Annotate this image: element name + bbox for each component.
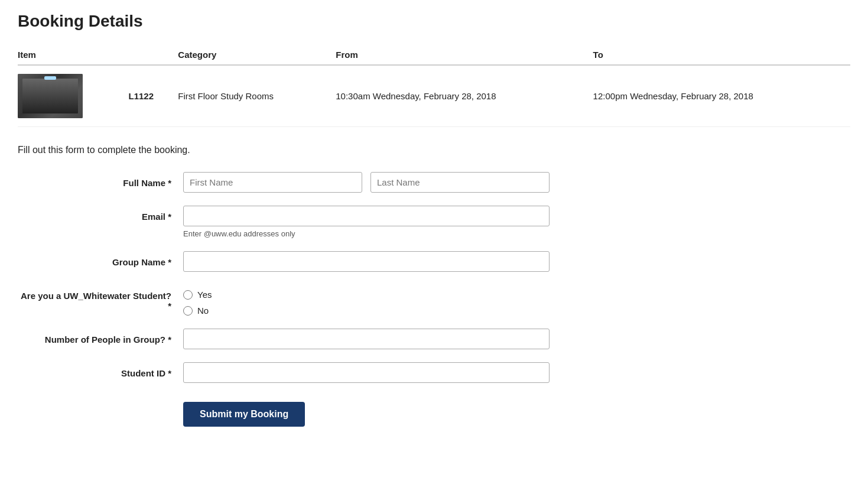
yes-option[interactable]: Yes — [183, 290, 550, 300]
col-header-item: Item — [18, 45, 178, 65]
group-name-label: Group Name * — [18, 251, 183, 267]
student-id-label: Student ID * — [18, 362, 183, 378]
item-from: 10:30am Wednesday, February 28, 2018 — [336, 65, 593, 127]
table-row: L1122 First Floor Study Rooms 10:30am We… — [18, 65, 850, 127]
no-label: No — [197, 306, 209, 316]
last-name-input[interactable] — [370, 172, 550, 193]
yes-label: Yes — [197, 290, 212, 300]
num-people-row: Number of People in Group? * — [18, 329, 550, 349]
item-name: L1122 — [128, 91, 154, 101]
item-category: First Floor Study Rooms — [178, 65, 336, 127]
group-name-input[interactable] — [183, 251, 550, 272]
email-row: Email * Enter @uww.edu addresses only — [18, 206, 550, 238]
num-people-input[interactable] — [183, 329, 550, 349]
col-header-category: Category — [178, 45, 336, 65]
item-to: 12:00pm Wednesday, February 28, 2018 — [593, 65, 850, 127]
first-name-input[interactable] — [183, 172, 362, 193]
page-title: Booking Details — [18, 12, 850, 31]
submit-button[interactable]: Submit my Booking — [183, 402, 305, 427]
full-name-label: Full Name * — [18, 172, 183, 188]
no-option[interactable]: No — [183, 306, 550, 316]
num-people-label: Number of People in Group? * — [18, 329, 183, 345]
col-header-to: To — [593, 45, 850, 65]
student-question-label: Are you a UW_Whitewater Student? * — [18, 285, 183, 311]
email-label: Email * — [18, 206, 183, 222]
full-name-row: Full Name * — [18, 172, 550, 193]
email-hint: Enter @uww.edu addresses only — [183, 229, 550, 238]
no-radio[interactable] — [183, 306, 193, 316]
yes-radio[interactable] — [183, 290, 193, 300]
email-input[interactable] — [183, 206, 550, 226]
booking-table: Item Category From To L1122 First Floor … — [18, 45, 850, 127]
group-name-row: Group Name * — [18, 251, 550, 272]
student-radio-group: Yes No — [183, 285, 550, 316]
booking-form: Full Name * Email * Enter @uww.edu addre… — [18, 172, 550, 427]
form-intro: Fill out this form to complete the booki… — [18, 145, 850, 155]
col-header-from: From — [336, 45, 593, 65]
student-question-row: Are you a UW_Whitewater Student? * Yes N… — [18, 285, 550, 316]
student-id-input[interactable] — [183, 362, 550, 383]
room-thumbnail — [18, 74, 83, 118]
student-id-row: Student ID * — [18, 362, 550, 383]
